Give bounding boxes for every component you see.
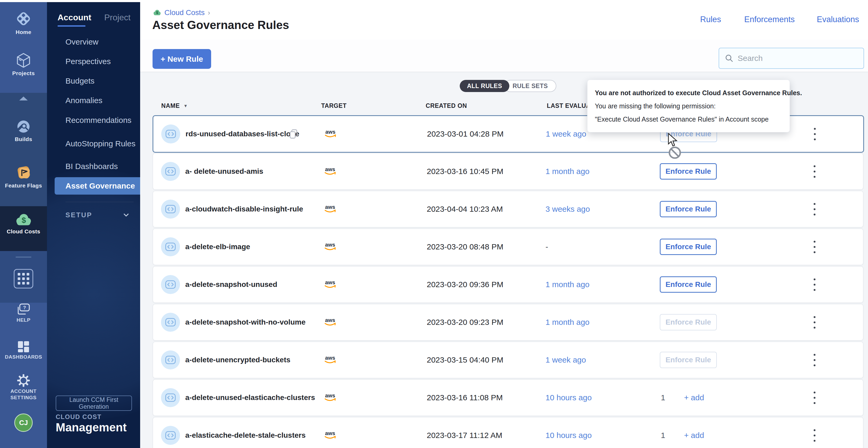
table-row[interactable]: a-delete-unused-elasticache-clusters aws… bbox=[153, 379, 864, 416]
table-row[interactable]: a-delete-snapshot-with-no-volume aws 202… bbox=[153, 304, 864, 341]
rule-created-on: 2023-03-20 08:48 PM bbox=[427, 242, 503, 251]
copy-icon[interactable] bbox=[289, 129, 298, 139]
rule-type-icon bbox=[161, 388, 180, 407]
nav-item-asset-governance[interactable]: Asset Governance bbox=[55, 177, 140, 195]
enforce-rule-button[interactable]: Enforce Rule bbox=[660, 314, 717, 331]
sidebar-item-cloud-costs[interactable]: $ Cloud Costs bbox=[0, 212, 47, 235]
table-row[interactable]: a-elasticache-delete-stale-clusters aws … bbox=[153, 417, 864, 448]
rail-label-projects: Projects bbox=[0, 70, 47, 76]
enforce-rule-button[interactable]: Enforce Rule bbox=[660, 163, 717, 179]
rule-type-icon bbox=[161, 313, 180, 332]
row-menu-kebab[interactable] bbox=[809, 313, 820, 332]
column-header-name[interactable]: NAME▼ bbox=[161, 102, 188, 109]
row-menu-kebab[interactable] bbox=[809, 238, 820, 256]
module-selector[interactable] bbox=[0, 269, 47, 288]
nav-item-budgets[interactable]: Budgets bbox=[65, 76, 94, 85]
row-menu-kebab[interactable] bbox=[809, 125, 820, 143]
avatar: CJ bbox=[14, 413, 33, 432]
table-row[interactable]: a-cloudwatch-disable-insight-rule aws 20… bbox=[153, 191, 864, 228]
enforce-rule-button[interactable]: Enforce Rule bbox=[660, 276, 717, 293]
breadcrumb[interactable]: $ Cloud Costs › bbox=[152, 8, 210, 18]
rule-created-on: 2023-04-04 10:23 AM bbox=[427, 205, 503, 214]
rail-collapse-chevron[interactable] bbox=[0, 97, 47, 100]
enforce-rule-button[interactable]: Enforce Rule bbox=[660, 352, 717, 368]
page-header: $ Cloud Costs › Asset Governance Rules R… bbox=[140, 0, 868, 40]
toggle-rule-sets[interactable]: RULE SETS bbox=[504, 80, 556, 92]
table-row[interactable]: a-delete-unencrypted-buckets aws 2023-03… bbox=[153, 342, 864, 378]
table-row[interactable]: a-delete-snapshot-unused aws 2023-03-20 … bbox=[153, 266, 864, 303]
dashboards-icon bbox=[18, 341, 30, 353]
rule-type-icon bbox=[161, 200, 180, 218]
rule-type-icon bbox=[161, 426, 180, 445]
rule-name: rds-unused-databases-list-clone bbox=[186, 130, 299, 138]
sidebar-item-home[interactable]: Home bbox=[0, 9, 47, 35]
nav-item-overview[interactable]: Overview bbox=[65, 37, 98, 46]
enforce-rule-button[interactable]: Enforce Rule bbox=[660, 201, 717, 217]
sort-caret-icon[interactable]: ▼ bbox=[183, 104, 188, 108]
table-row[interactable]: a-delete-elb-image aws 2023-03-20 08:48 … bbox=[153, 228, 864, 265]
sidebar-item-feature-flags[interactable]: Feature Flags bbox=[0, 164, 47, 189]
column-header-target: TARGET bbox=[321, 102, 346, 109]
rule-created-on: 2023-03-16 11:08 PM bbox=[427, 393, 503, 402]
rail-label-home: Home bbox=[0, 29, 47, 35]
row-menu-kebab[interactable] bbox=[809, 162, 820, 181]
module-title: Management bbox=[56, 421, 127, 434]
breadcrumb-link[interactable]: Cloud Costs bbox=[164, 8, 205, 17]
user-avatar[interactable]: CJ bbox=[0, 413, 47, 432]
tab-account[interactable]: Account bbox=[58, 13, 91, 23]
rule-created-on: 2023-03-15 04:40 PM bbox=[427, 355, 503, 365]
rule-last-evaluation: 1 week ago bbox=[546, 355, 586, 365]
sidebar-item-builds[interactable]: Builds bbox=[0, 118, 47, 142]
enforcement-count: 1 bbox=[661, 393, 665, 402]
search-box[interactable] bbox=[719, 48, 864, 69]
toggle-all-rules[interactable]: ALL RULES bbox=[460, 80, 509, 92]
nav-item-anomalies[interactable]: Anomalies bbox=[65, 96, 102, 105]
nav-watermark bbox=[47, 169, 140, 419]
rule-name: a-delete-unencrypted-buckets bbox=[185, 356, 290, 364]
toolbar: + New Rule bbox=[140, 40, 868, 72]
asset-governance-page: Home Projects Builds bbox=[0, 0, 868, 448]
svg-text:aws: aws bbox=[325, 430, 335, 436]
rule-created-on: 2023-03-17 11:12 AM bbox=[427, 431, 502, 440]
add-enforcement-link[interactable]: + add bbox=[684, 431, 704, 440]
link-rules[interactable]: Rules bbox=[700, 15, 721, 24]
aws-target-icon: aws bbox=[323, 166, 337, 177]
gear-icon bbox=[17, 374, 30, 387]
aws-target-icon: aws bbox=[323, 279, 337, 290]
row-menu-kebab[interactable] bbox=[809, 351, 820, 369]
row-menu-kebab[interactable] bbox=[809, 200, 820, 218]
top-strip bbox=[0, 0, 868, 2]
rule-name: a-cloudwatch-disable-insight-rule bbox=[185, 205, 303, 213]
link-evaluations[interactable]: Evaluations bbox=[817, 15, 859, 24]
svg-text:aws: aws bbox=[326, 129, 335, 135]
rule-last-evaluation: 1 month ago bbox=[546, 280, 590, 289]
sidebar-item-account-settings[interactable]: ACCOUNT SETTINGS bbox=[0, 374, 47, 401]
new-rule-button[interactable]: + New Rule bbox=[153, 49, 211, 69]
link-enforcements[interactable]: Enforcements bbox=[744, 15, 795, 24]
chevron-up-icon bbox=[19, 97, 28, 100]
enforce-rule-button[interactable]: Enforce Rule bbox=[660, 239, 717, 255]
search-input[interactable] bbox=[737, 54, 851, 63]
add-enforcement-link[interactable]: + add bbox=[684, 393, 704, 402]
sidebar-item-dashboards[interactable]: DASHBOARDS bbox=[0, 341, 47, 360]
module-label: CLOUD COST bbox=[56, 413, 102, 421]
rule-type-icon bbox=[161, 350, 180, 370]
tooltip-line-3: "Execute Cloud Asset Governance Rules" i… bbox=[595, 113, 782, 126]
launch-ccm-first-gen-button[interactable]: Launch CCM First Generation bbox=[56, 395, 132, 411]
rule-name: a-delete-unused-elasticache-clusters bbox=[185, 393, 315, 402]
rule-last-evaluation: 1 week ago bbox=[546, 130, 586, 138]
row-menu-kebab[interactable] bbox=[809, 275, 820, 294]
tab-project[interactable]: Project bbox=[104, 13, 131, 23]
nav-item-autostopping-rules[interactable]: AutoStopping Rules bbox=[65, 139, 135, 148]
nav-item-perspectives[interactable]: Perspectives bbox=[65, 57, 111, 66]
nav-setup-section[interactable]: SETUP bbox=[65, 211, 130, 221]
row-menu-kebab[interactable] bbox=[809, 388, 820, 407]
sidebar-item-projects[interactable]: Projects bbox=[0, 52, 47, 76]
table-row[interactable]: a- delete-unused-amis aws 2023-03-16 10:… bbox=[153, 153, 864, 190]
row-menu-kebab[interactable] bbox=[809, 426, 820, 445]
column-header-created-on: CREATED ON bbox=[426, 102, 467, 109]
sidebar-item-help[interactable]: ? HELP bbox=[0, 303, 47, 323]
rail-label-dashboards: DASHBOARDS bbox=[0, 354, 47, 360]
nav-item-bi-dashboards[interactable]: BI Dashboards bbox=[65, 162, 118, 171]
nav-item-recommendations[interactable]: Recommendations bbox=[65, 116, 131, 125]
